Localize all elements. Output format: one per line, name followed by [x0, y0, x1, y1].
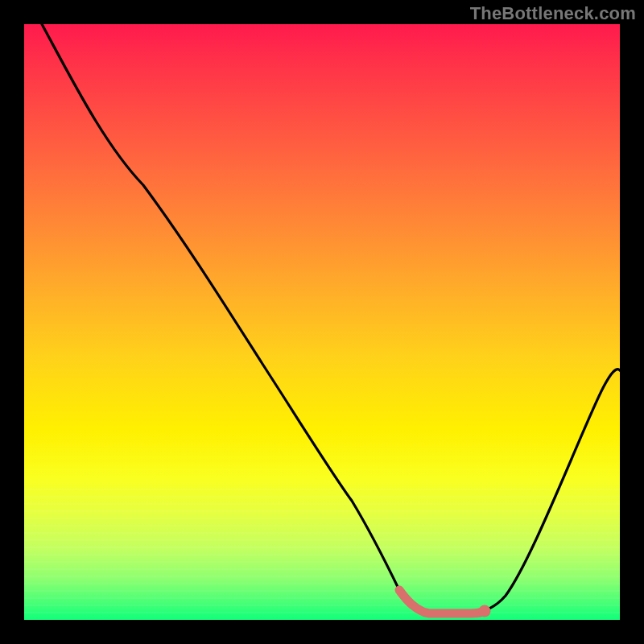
chart-frame: TheBottleneck.com	[0, 0, 644, 644]
plot-area	[24, 24, 620, 620]
gradient-bands	[24, 489, 620, 620]
highlight-segment	[399, 590, 485, 613]
watermark-text: TheBottleneck.com	[470, 3, 636, 24]
highlight-dot	[479, 605, 491, 617]
bottleneck-curve-path	[42, 24, 620, 613]
curve-svg	[24, 24, 620, 620]
